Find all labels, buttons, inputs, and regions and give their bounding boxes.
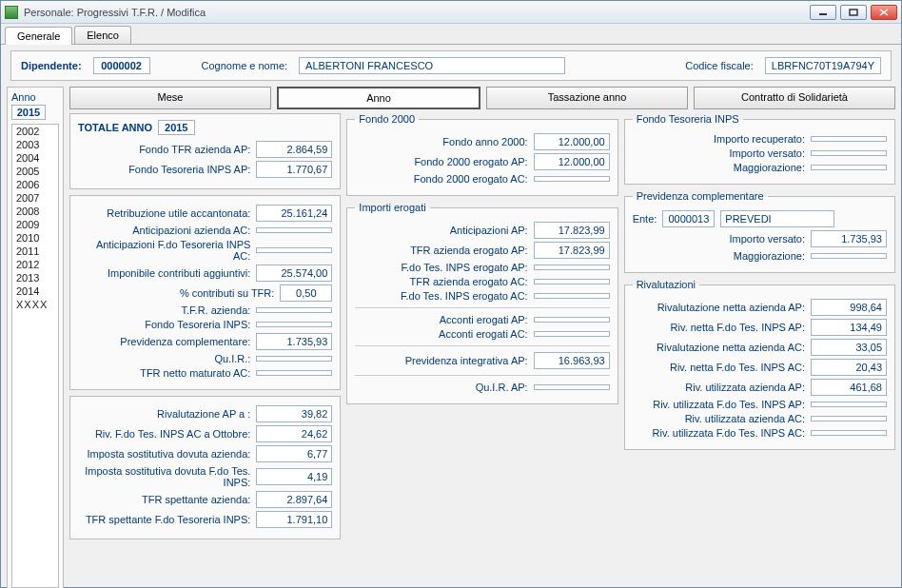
val-riv-h[interactable] <box>811 430 887 436</box>
year-item[interactable]: 2008 <box>12 205 58 218</box>
val-riv-c[interactable]: 33,05 <box>811 339 887 356</box>
anno-label: Anno <box>11 91 36 103</box>
subtab-contratto[interactable]: Contratto di Solidarietà <box>694 87 895 109</box>
subtab-mese[interactable]: Mese <box>69 87 271 109</box>
val-tfr-spett-az[interactable]: 2.897,64 <box>256 491 332 508</box>
legend-prev-compl: Previdenza complementare <box>633 190 768 202</box>
tab-elenco[interactable]: Elenco <box>74 26 131 44</box>
val-riv-ap[interactable]: 39,82 <box>256 405 332 422</box>
val-riv-d[interactable]: 20,43 <box>811 359 887 376</box>
val-riv-b[interactable]: 134,49 <box>811 319 887 336</box>
val-quir-ap[interactable] <box>534 384 610 390</box>
year-item[interactable]: 2006 <box>12 178 58 191</box>
year-item[interactable]: 2009 <box>12 218 58 231</box>
val-impon-contr[interactable]: 25.574,00 <box>256 265 332 282</box>
lab: Rivalutazione AP a : <box>78 408 250 420</box>
val-imp-sost-az[interactable]: 6,77 <box>256 445 332 462</box>
val-anticip-fdo-ac[interactable] <box>256 247 332 253</box>
lab: Importo versato: <box>633 147 805 159</box>
subtab-tassazione[interactable]: Tassazione anno <box>486 87 688 109</box>
lab: Fondo 2000 erogato AP: <box>355 156 527 167</box>
val-fondo-tfr-az-ap[interactable]: 2.864,59 <box>256 141 332 158</box>
year-item[interactable]: 2010 <box>12 231 58 245</box>
lab: Importo recuperato: <box>633 133 805 145</box>
val-tfr-az[interactable] <box>256 307 332 313</box>
val-retrib[interactable]: 25.161,24 <box>256 205 332 222</box>
val-prev-int-ap[interactable]: 16.963,93 <box>534 352 610 369</box>
val-f2000-a[interactable]: 12.000,00 <box>534 133 610 150</box>
close-button[interactable] <box>871 5 897 20</box>
subtab-anno[interactable]: Anno <box>277 87 480 109</box>
main-tabs: Generale Elenco <box>1 24 901 45</box>
val-riv-fdo-ac-ott[interactable]: 24,62 <box>256 425 332 442</box>
window-buttons <box>810 5 897 20</box>
year-item[interactable]: 2003 <box>12 138 58 151</box>
val-f2000-b[interactable]: 12.000,00 <box>534 153 610 170</box>
val-prev-compl[interactable]: 1.735,93 <box>256 333 332 350</box>
val-riv-e[interactable]: 461,68 <box>811 379 887 396</box>
val-acc-ac[interactable] <box>534 331 610 337</box>
val-tfr-az-ac[interactable] <box>534 279 610 284</box>
val-tfr-az-ap[interactable]: 17.823,99 <box>534 242 610 259</box>
lab: Previdenza complementare: <box>78 336 250 347</box>
val-pc-magg[interactable] <box>811 253 887 259</box>
year-item-new[interactable]: XXXX <box>12 298 58 311</box>
val-tfr-spett-fdo[interactable]: 1.791,10 <box>256 511 332 528</box>
year-item[interactable]: 2014 <box>12 284 58 298</box>
year-item[interactable]: 2007 <box>12 191 58 205</box>
val-fondo-tes-inps-ap[interactable]: 1.770,67 <box>256 161 332 178</box>
lab: % contributi su TFR: <box>78 287 274 299</box>
year-item[interactable]: 2004 <box>12 151 58 165</box>
val-perc-contr[interactable]: 0,50 <box>280 284 332 302</box>
year-item[interactable]: 2005 <box>12 165 58 178</box>
val-riv-f[interactable] <box>811 402 887 407</box>
val-anticip-az-ac[interactable] <box>256 227 332 233</box>
tab-generale[interactable]: Generale <box>5 27 72 45</box>
lab: Maggiorazione: <box>633 250 805 262</box>
minimize-button[interactable] <box>810 5 836 20</box>
lab: Fondo 2000 erogato AC: <box>355 173 527 185</box>
main-area: Anno 2015 200220032004200520062007200820… <box>1 87 901 588</box>
subtabs: Mese Anno Tassazione anno Contratto di S… <box>69 87 895 109</box>
lab: Fondo TFR azienda AP: <box>78 144 250 155</box>
cognome-label: Cognome e nome: <box>202 60 288 71</box>
maximize-button[interactable] <box>840 5 867 20</box>
year-item[interactable]: 2011 <box>12 245 58 258</box>
val-tfr-netto[interactable] <box>256 370 332 376</box>
val-fti-rec[interactable] <box>811 136 887 142</box>
val-riv-g[interactable] <box>811 416 887 421</box>
legend-importi: Importi erogati <box>355 202 429 213</box>
legend-fondo-tes-inps: Fondo Tesoreria INPS <box>633 113 743 125</box>
lab: Anticipazioni azienda AC: <box>78 225 250 236</box>
val-acc-ap[interactable] <box>534 317 610 323</box>
dipendente-label: Dipendente: <box>21 60 82 71</box>
dipendente-value[interactable]: 0000002 <box>93 57 150 74</box>
val-riv-a[interactable]: 998,64 <box>811 299 887 316</box>
val-imp-sost-fdo[interactable]: 4,19 <box>256 468 332 485</box>
val-fti-magg[interactable] <box>811 165 887 170</box>
cf-value[interactable]: LBRFNC70T19A794Y <box>765 57 881 74</box>
val-pc-vers[interactable]: 1.735,93 <box>811 230 887 247</box>
lab: Fondo Tesoreria INPS: <box>78 319 250 330</box>
year-item[interactable]: 2013 <box>12 271 58 284</box>
val-anticip-ap[interactable]: 17.823,99 <box>534 222 610 239</box>
val-fdo-tes-ac[interactable] <box>534 293 610 299</box>
val-quir[interactable] <box>256 356 332 362</box>
ente-code[interactable]: 0000013 <box>662 210 715 227</box>
lab: Riv. netta F.do Tes. INPS AP: <box>633 322 805 333</box>
header-row: Dipendente: 0000002 Cognome e nome: ALBE… <box>10 50 892 81</box>
val-fondo-tes-inps[interactable] <box>256 322 332 327</box>
val-fdo-tes-ap[interactable] <box>534 265 610 270</box>
year-list[interactable]: 2002200320042005200620072008200920102011… <box>11 124 59 588</box>
val-fti-vers[interactable] <box>811 150 887 156</box>
lab: TFR azienda erogato AP: <box>355 245 527 256</box>
ente-name[interactable]: PREVEDI <box>720 210 834 227</box>
cognome-value[interactable]: ALBERTONI FRANCESCO <box>299 57 565 74</box>
year-item[interactable]: 2012 <box>12 258 58 271</box>
val-f2000-c[interactable] <box>534 176 610 182</box>
totale-anno-year: 2015 <box>158 120 194 135</box>
anno-value[interactable]: 2015 <box>11 105 46 120</box>
lab: Previdenza integrativa AP: <box>355 355 527 366</box>
year-item[interactable]: 2002 <box>12 125 58 138</box>
panels-grid: TOTALE ANNO 2015 Fondo TFR azienda AP:2.… <box>69 113 895 539</box>
